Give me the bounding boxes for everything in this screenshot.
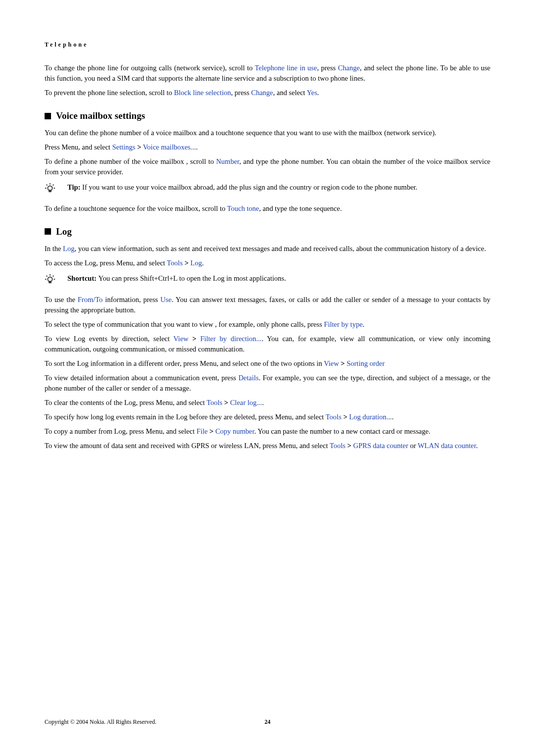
heading-text: Log <box>56 225 72 239</box>
text: . <box>476 442 478 450</box>
text: information, press <box>103 296 160 303</box>
text: , press <box>317 64 338 72</box>
text: To view Log events by direction, select <box>45 335 173 343</box>
shortcut-log: Shortcut: You can press Shift+Ctrl+L to … <box>45 273 490 288</box>
square-bullet-icon <box>45 228 51 235</box>
shortcut-label: Shortcut: <box>67 274 98 282</box>
text: . <box>262 399 264 406</box>
running-head: Telephone <box>45 41 490 49</box>
text: To prevent the phone line selection, scr… <box>45 89 174 97</box>
heading-log: Log <box>45 225 490 239</box>
text: To change the phone line for outgoing ca… <box>45 64 255 72</box>
lightbulb-icon <box>45 274 55 288</box>
link-log: Log <box>63 245 74 252</box>
link-file: File <box>197 427 208 435</box>
svg-line-8 <box>53 275 54 276</box>
para-touch-tone: To define a touchtone sequence for the v… <box>45 203 490 214</box>
text: , and select <box>273 89 307 97</box>
para-clear-log: To clear the contents of the Log, press … <box>45 398 490 408</box>
tip-label: Tip: <box>67 183 82 191</box>
text: To view detailed information about a com… <box>45 374 238 382</box>
text: . <box>202 259 204 267</box>
text: To define a phone number of the voice ma… <box>45 157 216 165</box>
link-telephone-line-in-use: Telephone line in use <box>255 64 317 72</box>
chevron-icon: > <box>347 442 351 450</box>
link-tools: Tools <box>325 413 341 421</box>
text: , you can view information, such as sent… <box>74 245 486 252</box>
link-block-line-selection: Block line selection <box>174 89 231 97</box>
text: To sort the Log information in a differe… <box>45 359 324 367</box>
chevron-icon: > <box>343 413 347 421</box>
chevron-icon: > <box>224 399 228 406</box>
link-settings: Settings <box>112 143 136 151</box>
link-log: Log <box>190 259 202 267</box>
text: , and type the tone sequence. <box>259 204 342 212</box>
text: To copy a number from Log, press Menu, a… <box>45 427 197 435</box>
page-footer: Copyright © 2004 Nokia. All Rights Reser… <box>45 718 490 726</box>
link-gprs-counter: GPRS data counter <box>353 442 408 450</box>
text: To define a touchtone sequence for the v… <box>45 204 227 212</box>
tip-text: Tip: If you want to use your voice mailb… <box>67 182 490 193</box>
text: Press Menu, and select <box>45 143 112 151</box>
para-mailbox-number: To define a phone number of the voice ma… <box>45 156 490 177</box>
text: . <box>363 320 365 328</box>
para-log-duration: To specify how long log events remain in… <box>45 412 490 422</box>
para-copy-number: To copy a number from Log, press Menu, a… <box>45 426 490 437</box>
text: To view the amount of data sent and rece… <box>45 442 329 450</box>
link-yes: Yes <box>307 89 317 97</box>
para-mailbox-menu: Press Menu, and select Settings > Voice … <box>45 142 490 152</box>
square-bullet-icon <box>45 113 51 119</box>
para-log-intro: In the Log, you can view information, su… <box>45 244 490 254</box>
svg-line-7 <box>47 275 48 276</box>
link-change: Change <box>338 64 360 72</box>
copyright-text: Copyright © 2004 Nokia. All Rights Reser… <box>45 718 157 726</box>
text: To use the <box>45 296 78 303</box>
chevron-icon: > <box>210 427 214 435</box>
link-clear-log: Clear log... <box>230 399 262 406</box>
para-log-access: To access the Log, press Menu, and selec… <box>45 258 490 268</box>
text: . <box>196 143 198 151</box>
link-change: Change <box>251 89 273 97</box>
link-tools: Tools <box>167 259 183 267</box>
text: To access the Log, press Menu, and selec… <box>45 259 167 267</box>
text: In the <box>45 245 63 252</box>
para-data-counter: To view the amount of data sent and rece… <box>45 441 490 451</box>
link-sorting-order: Sorting order <box>347 359 385 367</box>
para-sorting: To sort the Log information in a differe… <box>45 358 490 369</box>
svg-point-11 <box>48 277 52 281</box>
text: To specify how long log events remain in… <box>45 413 325 421</box>
text: To clear the contents of the Log, press … <box>45 399 207 406</box>
tip-voice-mailbox: Tip: If you want to use your voice mailb… <box>45 182 490 197</box>
link-voice-mailboxes: Voice mailboxes... <box>143 143 196 151</box>
text: . You can paste the number to a new cont… <box>254 427 430 435</box>
link-copy-number: Copy number <box>215 427 255 435</box>
heading-text: Voice mailbox settings <box>56 109 145 123</box>
text: . <box>317 89 319 97</box>
shortcut-body: You can press Shift+Ctrl+L to open the L… <box>98 274 286 282</box>
svg-line-1 <box>47 185 48 186</box>
para-phone-line-change: To change the phone line for outgoing ca… <box>45 63 490 84</box>
tip-body: If you want to use your voice mailbox ab… <box>82 183 418 191</box>
link-view: View <box>324 359 339 367</box>
para-mailbox-intro: You can define the phone number of a voi… <box>45 128 490 138</box>
text: , press <box>231 89 251 97</box>
lightbulb-icon <box>45 183 55 197</box>
heading-voice-mailbox: Voice mailbox settings <box>45 109 490 123</box>
link-from-to: From/To <box>78 296 103 303</box>
link-view: View <box>173 335 189 343</box>
para-block-line: To prevent the phone line selection, scr… <box>45 88 490 98</box>
chevron-icon: > <box>192 335 196 343</box>
text: To select the type of communication that… <box>45 320 324 328</box>
chevron-icon: > <box>137 143 141 151</box>
link-filter-by-type: Filter by type <box>324 320 363 328</box>
link-number: Number <box>216 157 239 165</box>
link-filter-by-direction: Filter by direction... <box>200 335 262 343</box>
chevron-icon: > <box>341 359 345 367</box>
shortcut-text: Shortcut: You can press Shift+Ctrl+L to … <box>67 273 490 284</box>
link-use: Use <box>160 296 172 303</box>
para-filter-type: To select the type of communication that… <box>45 319 490 330</box>
link-tools: Tools <box>329 442 345 450</box>
link-touch-tone: Touch tone <box>227 204 259 212</box>
link-wlan-counter: WLAN data counter <box>418 442 476 450</box>
link-details: Details <box>238 374 259 382</box>
